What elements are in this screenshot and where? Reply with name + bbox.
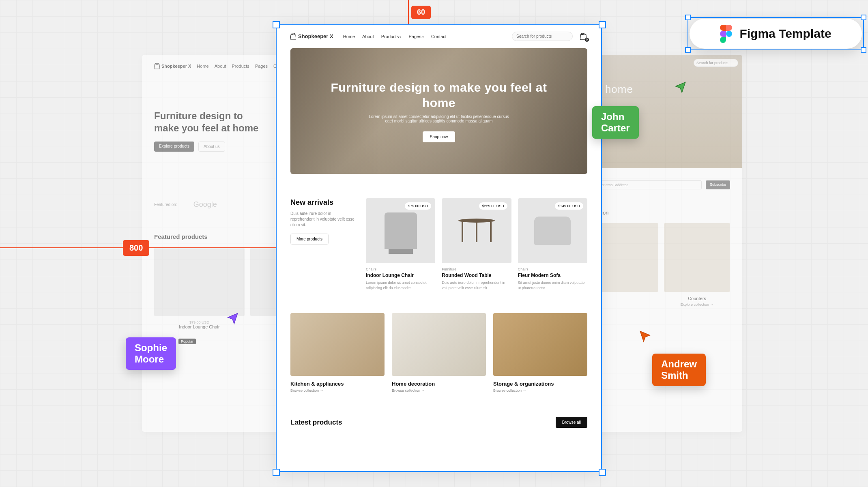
main-hero: Furniture design to make you feel at hom…: [290, 48, 587, 174]
collection-1-name: Kitchen & appliances: [290, 381, 385, 387]
hero-subtitle: Lorem ipsum sit amet consectetur adipisc…: [366, 114, 512, 123]
cursor-icon: [226, 312, 239, 326]
pill-handle-tl[interactable]: [685, 15, 691, 20]
collaborator-john-label: John Carter: [592, 106, 639, 139]
new-arrivals-section: New arrivals Duis aute irure dolor in re…: [290, 198, 587, 290]
product-1-price: $79.00 USD: [405, 202, 431, 210]
measurement-top-badge: 60: [411, 6, 431, 19]
measurement-left-badge: 800: [123, 240, 149, 256]
cart-count-badge: 0: [585, 38, 589, 42]
popular-tag: Popular: [178, 339, 196, 344]
bg-right-card-name: Counters: [664, 296, 730, 301]
nav-about[interactable]: About: [362, 34, 374, 39]
nav-home[interactable]: Home: [343, 34, 355, 39]
arrivals-heading: New arrivals: [290, 198, 355, 207]
bg-nav-home: Home: [197, 64, 208, 69]
cart-button[interactable]: 0: [580, 33, 587, 40]
collection-3-link[interactable]: Browse collection →: [493, 388, 587, 393]
bg-left-brand: Shopkeeper X: [161, 64, 191, 69]
bag-icon: [154, 63, 160, 69]
product-3-name: Fleur Modern Sofa: [518, 272, 587, 278]
nav-contact[interactable]: Contact: [431, 34, 447, 39]
bg-right-email-input: [592, 180, 702, 189]
product-1-name: Indoor Lounge Chair: [366, 272, 435, 278]
product-3-desc: Sit amet justo donec enim diam vulputate…: [518, 280, 587, 290]
main-brand-text: Shopkeeper X: [298, 33, 333, 39]
pill-handle-br[interactable]: [861, 47, 866, 53]
bg-right-subscribe: Subscribe: [592, 180, 730, 189]
product-1-category: Chairs: [366, 267, 435, 271]
main-artboard[interactable]: Shopkeeper X Home About Products Pages C…: [277, 25, 601, 471]
hero-cta-button[interactable]: Shop now: [423, 131, 455, 142]
google-logo: Google: [193, 200, 217, 209]
collaborator-sophie-label: Sophie Moore: [126, 337, 176, 370]
pill-handle-bl[interactable]: [685, 47, 691, 53]
arrivals-sub: Duis aute irure dolor in reprehenderit i…: [290, 211, 355, 228]
product-1-desc: Lorem ipsum dolor sit amet consectet adi…: [366, 280, 435, 290]
product-2-category: Furniture: [442, 267, 511, 271]
figma-logo-icon: [720, 25, 732, 43]
collection-card-3[interactable]: Storage & organizations Browse collectio…: [493, 313, 587, 393]
bg-nav-products: Products: [232, 64, 249, 69]
collections-section: Kitchen & appliances Browse collection →…: [290, 313, 587, 393]
bg-nav-pages: Pages: [255, 64, 268, 69]
bg-right-subscribe-btn: Subscribe: [706, 180, 730, 189]
more-products-button[interactable]: More products: [290, 234, 329, 245]
product-2-price: $229.00 USD: [479, 202, 507, 210]
collection-2-link[interactable]: Browse collection →: [392, 388, 486, 393]
bg-right-search: [694, 59, 738, 67]
collection-card-2[interactable]: Home decoration Browse collection →: [392, 313, 486, 393]
nav-products[interactable]: Products: [381, 34, 402, 39]
product-2-name: Rounded Wood Table: [442, 272, 511, 278]
featured-on-label: Featured on:: [154, 202, 177, 207]
main-logo[interactable]: Shopkeeper X: [290, 33, 333, 40]
pill-handle-tr[interactable]: [861, 15, 866, 20]
product-2-desc: Duis aute irure dolor in reprehenderit i…: [442, 280, 511, 290]
collection-3-name: Storage & organizations: [493, 381, 587, 387]
figma-template-pill[interactable]: Figma Template: [690, 19, 862, 49]
bag-icon: [290, 33, 296, 40]
selection-handle-bl[interactable]: [273, 469, 280, 476]
main-nav: Shopkeeper X Home About Products Pages C…: [290, 32, 587, 41]
measurement-top-line: [408, 0, 409, 24]
bg-nav-about: About: [215, 64, 226, 69]
collection-3-image: [493, 313, 587, 376]
bg-left-logo: Shopkeeper X: [154, 63, 191, 69]
latest-heading: Latest products: [290, 418, 342, 427]
figma-pill-text: Figma Template: [739, 27, 831, 41]
bg-right-hero-text: at home: [592, 83, 730, 96]
bg-right-card-1: [592, 223, 658, 307]
product-3-price: $149.00 USD: [555, 202, 583, 210]
selection-handle-tl[interactable]: [273, 21, 280, 28]
latest-products-section: Latest products Browse all: [290, 417, 587, 428]
browse-all-button[interactable]: Browse all: [556, 417, 587, 428]
product-card-2[interactable]: $229.00 USD Furniture Rounded Wood Table…: [442, 198, 511, 290]
collaborator-andrew-label: Andrew Smith: [652, 354, 706, 386]
search-input[interactable]: [512, 32, 573, 41]
bg-right-collection-heading: llection: [592, 210, 730, 216]
bg-left-explore-btn: Explore products: [154, 142, 194, 152]
bg-right-card-2: Counters Explore collection →: [664, 223, 730, 307]
selection-handle-tr[interactable]: [599, 21, 606, 28]
collection-2-name: Home decoration: [392, 381, 486, 387]
collection-card-1[interactable]: Kitchen & appliances Browse collection →: [290, 313, 385, 393]
product-3-category: Chairs: [518, 267, 587, 271]
bg-right-cards: Counters Explore collection →: [592, 223, 730, 307]
cursor-icon: [638, 330, 652, 344]
collection-2-image: [392, 313, 486, 376]
bg-right-explore-link: Explore collection →: [664, 302, 730, 307]
bg-left-about-btn: About us: [198, 142, 225, 152]
selection-handle-br[interactable]: [599, 469, 606, 476]
nav-pages[interactable]: Pages: [408, 34, 423, 39]
product-card-1[interactable]: $79.00 USD Chairs Indoor Lounge Chair Lo…: [366, 198, 435, 290]
hero-title: Furniture design to make you feel at hom…: [323, 80, 555, 110]
collection-1-link[interactable]: Browse collection →: [290, 388, 385, 393]
cursor-icon: [673, 81, 687, 95]
bg-left-hero-title: Furniture design to make you feel at hom…: [154, 110, 260, 134]
product-card-3[interactable]: $149.00 USD Chairs Fleur Modern Sofa Sit…: [518, 198, 587, 290]
collection-1-image: [290, 313, 385, 376]
